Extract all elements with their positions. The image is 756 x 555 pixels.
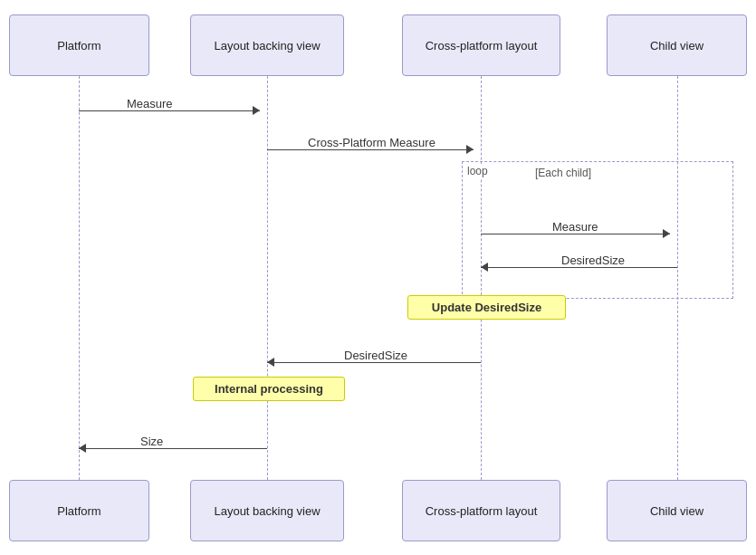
loop-condition: [Each child] <box>535 167 591 179</box>
loop-label: loop <box>464 164 491 178</box>
arrow-label-desired-size2: DesiredSize <box>344 349 407 362</box>
lifeline-child-view-top: Child view <box>607 14 747 76</box>
lifeline-layout-backing-bottom: Layout backing view <box>190 480 344 541</box>
lifeline-cross-platform-bottom: Cross-platform layout <box>402 480 560 541</box>
diagram-container: Platform Layout backing view Cross-platf… <box>0 0 756 555</box>
arrow-label-size: Size <box>140 435 163 448</box>
arrow-label-measure1: Measure <box>127 97 173 110</box>
lifeline-line-platform <box>79 76 80 480</box>
arrow-label-measure2: Measure <box>552 220 598 234</box>
lifeline-platform-top: Platform <box>9 14 149 76</box>
action-internal-processing: Internal processing <box>193 377 345 401</box>
lifeline-child-view-bottom: Child view <box>607 480 747 541</box>
lifeline-cross-platform-top: Cross-platform layout <box>402 14 560 76</box>
arrow-label-cross-platform-measure: Cross-Platform Measure <box>308 136 435 149</box>
lifeline-layout-backing-top: Layout backing view <box>190 14 344 76</box>
arrow-label-desired-size1: DesiredSize <box>561 254 625 267</box>
lifeline-platform-bottom: Platform <box>9 480 149 541</box>
action-update-desired: Update DesiredSize <box>407 295 566 320</box>
lifeline-line-layout-backing <box>267 76 268 480</box>
